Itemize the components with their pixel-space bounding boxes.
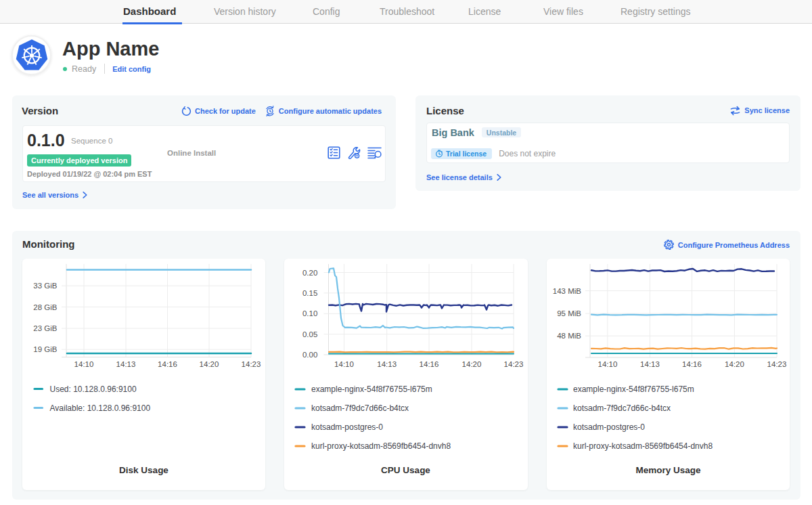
svg-text:0.00: 0.00 bbox=[302, 351, 317, 359]
svg-text:14:20: 14:20 bbox=[725, 360, 744, 368]
svg-text:kotsadm-postgres-0: kotsadm-postgres-0 bbox=[311, 422, 383, 432]
svg-text:Disk Usage: Disk Usage bbox=[119, 465, 168, 475]
svg-text:14:23: 14:23 bbox=[242, 360, 261, 368]
svg-text:0.15: 0.15 bbox=[302, 289, 317, 297]
svg-text:19 GiB: 19 GiB bbox=[33, 345, 57, 353]
svg-text:kurl-proxy-kotsadm-8569fb6454-: kurl-proxy-kotsadm-8569fb6454-dnvh8 bbox=[573, 441, 713, 451]
svg-text:14:10: 14:10 bbox=[334, 360, 354, 368]
svg-text:14:10: 14:10 bbox=[598, 360, 618, 368]
svg-text:95 MiB: 95 MiB bbox=[557, 309, 581, 317]
svg-text:kotsadm-7f9dc7d66c-b4tcx: kotsadm-7f9dc7d66c-b4tcx bbox=[573, 403, 671, 413]
svg-text:48 MiB: 48 MiB bbox=[557, 332, 581, 340]
svg-text:14:20: 14:20 bbox=[462, 360, 482, 368]
svg-text:Memory Usage: Memory Usage bbox=[635, 465, 701, 475]
svg-text:example-nginx-54f8f76755-l675m: example-nginx-54f8f76755-l675m bbox=[311, 385, 432, 394]
svg-text:Used: 10.128.0.96:9100: Used: 10.128.0.96:9100 bbox=[50, 385, 137, 394]
svg-text:14:23: 14:23 bbox=[767, 360, 787, 368]
svg-text:kotsadm-postgres-0: kotsadm-postgres-0 bbox=[573, 422, 645, 432]
svg-text:14:13: 14:13 bbox=[377, 360, 397, 368]
svg-text:28 GiB: 28 GiB bbox=[33, 303, 57, 311]
svg-text:14:13: 14:13 bbox=[116, 360, 136, 368]
svg-text:14:23: 14:23 bbox=[504, 360, 524, 368]
svg-text:143 MiB: 143 MiB bbox=[553, 287, 582, 295]
svg-text:0.20: 0.20 bbox=[302, 269, 317, 277]
svg-text:14:13: 14:13 bbox=[640, 360, 660, 368]
svg-text:14:16: 14:16 bbox=[158, 360, 177, 368]
svg-text:CPU Usage: CPU Usage bbox=[381, 465, 430, 475]
svg-text:14:20: 14:20 bbox=[200, 360, 219, 368]
svg-text:14:10: 14:10 bbox=[74, 360, 94, 368]
svg-text:23 GiB: 23 GiB bbox=[33, 324, 57, 332]
svg-text:kurl-proxy-kotsadm-8569fb6454-: kurl-proxy-kotsadm-8569fb6454-dnvh8 bbox=[311, 441, 451, 451]
svg-text:0.10: 0.10 bbox=[302, 309, 317, 317]
svg-text:14:16: 14:16 bbox=[682, 360, 702, 368]
svg-text:33 GiB: 33 GiB bbox=[33, 282, 57, 290]
svg-text:kotsadm-7f9dc7d66c-b4tcx: kotsadm-7f9dc7d66c-b4tcx bbox=[311, 403, 409, 413]
svg-text:example-nginx-54f8f76755-l675m: example-nginx-54f8f76755-l675m bbox=[573, 385, 694, 394]
svg-text:0.05: 0.05 bbox=[302, 330, 317, 338]
svg-text:14:16: 14:16 bbox=[420, 360, 439, 368]
svg-text:Available: 10.128.0.96:9100: Available: 10.128.0.96:9100 bbox=[50, 403, 151, 413]
